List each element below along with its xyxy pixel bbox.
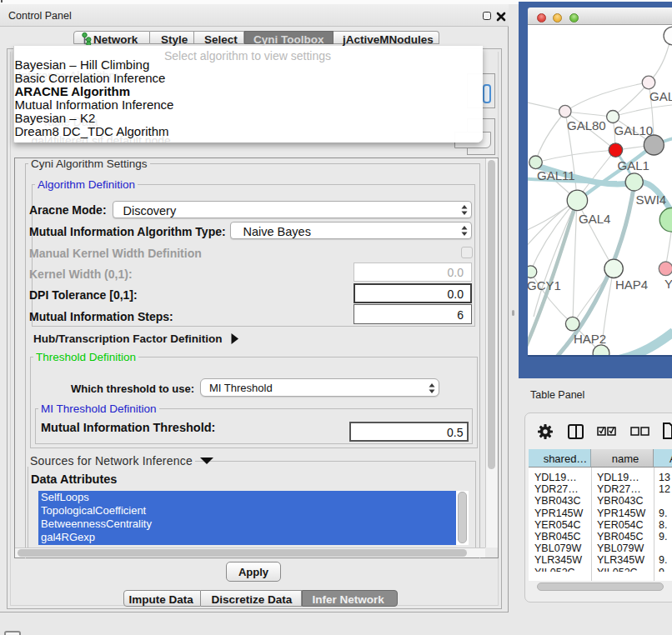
- svg-text:GAL1: GAL1: [618, 158, 649, 172]
- svg-text:GAL4: GAL4: [579, 212, 610, 226]
- svg-text:GAL80: GAL80: [567, 118, 606, 132]
- svg-text:YB: YB: [664, 277, 672, 291]
- svg-text:HAP2: HAP2: [574, 332, 606, 346]
- svg-text:SWI4: SWI4: [636, 192, 667, 207]
- svg-text:GAL10: GAL10: [614, 123, 654, 138]
- svg-text:GAL11: GAL11: [537, 168, 575, 182]
- svg-text:GAL2: GAL2: [649, 89, 672, 103]
- svg-text:HAP4: HAP4: [615, 278, 648, 292]
- svg-text:GCY1: GCY1: [528, 278, 561, 292]
